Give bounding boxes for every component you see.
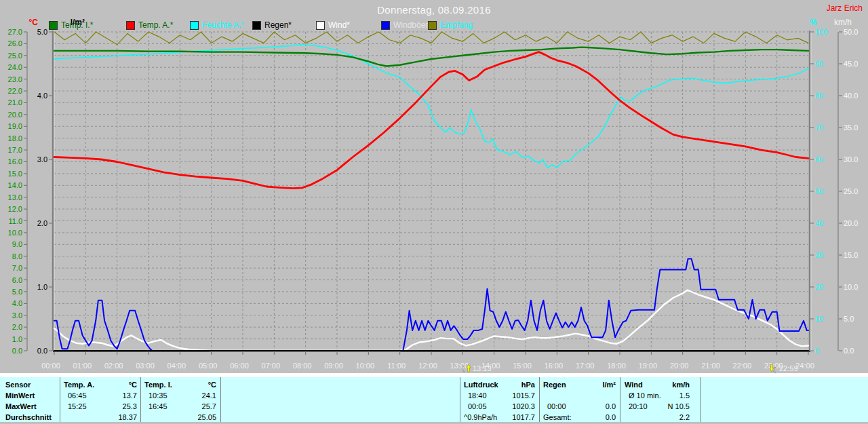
svg-text:40: 40 [815, 219, 823, 227]
svg-text:8.0: 8.0 [12, 252, 22, 261]
svg-text:10.0: 10.0 [844, 283, 858, 291]
svg-text:25.0: 25.0 [844, 187, 858, 195]
svg-text:07:00: 07:00 [262, 362, 281, 370]
svg-text:2.0: 2.0 [12, 323, 22, 331]
svg-text:4.0: 4.0 [12, 299, 22, 307]
svg-text:16.0: 16.0 [8, 157, 22, 166]
svg-text:3.0: 3.0 [12, 311, 22, 320]
svg-text:10:00: 10:00 [356, 362, 375, 370]
svg-text:22:00: 22:00 [733, 362, 752, 370]
svg-text:3.0: 3.0 [37, 155, 47, 163]
column-regen: Regenl/m² 00:000.0 Gesamt:0.0 [543, 379, 616, 423]
axis-ticks: 1009080706050403020100 [810, 28, 827, 355]
svg-text:12.0: 12.0 [8, 205, 22, 213]
empfang-swatch-icon [428, 21, 437, 30]
moonrise-icon [462, 364, 472, 373]
svg-text:16:00: 16:00 [545, 362, 564, 370]
moonset-icon [769, 364, 778, 373]
svg-text:0.0: 0.0 [37, 347, 47, 355]
svg-text:15:00: 15:00 [513, 362, 532, 370]
summary-panel: Sensor MinWert MaxWert Durchschnitt Temp… [0, 373, 868, 424]
svg-text:24:00: 24:00 [795, 362, 814, 370]
legend-item-windboeen: Windböen [381, 20, 430, 30]
legend-item-temp-a: Temp. A.* [126, 20, 173, 30]
svg-text:14.0: 14.0 [8, 181, 22, 189]
svg-text:50: 50 [815, 187, 823, 195]
svg-text:80: 80 [815, 92, 823, 100]
svg-text:9.0: 9.0 [12, 240, 22, 248]
svg-text:10.0: 10.0 [8, 229, 22, 237]
column-temp-i: Temp. I.°C 10:3524.1 16:4525.7 25.05 [144, 379, 216, 423]
svg-text:0: 0 [815, 347, 819, 355]
svg-text:19.0: 19.0 [8, 122, 22, 130]
svg-text:10: 10 [815, 315, 823, 323]
svg-text:17:00: 17:00 [576, 362, 595, 370]
axis-ticks: 5.04.03.02.01.00.0 [37, 28, 52, 355]
page-title: Donnerstag, 08.09.2016 [0, 4, 868, 16]
axis-ticks: 27.026.025.024.023.022.021.020.019.018.0… [8, 28, 27, 355]
svg-text:60: 60 [815, 155, 823, 163]
moonset-marker: 22:59 [769, 364, 798, 373]
table-divider [620, 377, 620, 422]
legend-item-wind: Wind* [316, 20, 350, 30]
svg-text:0.0: 0.0 [844, 347, 854, 355]
legend-item-regen: Regen* [252, 20, 292, 30]
axis-ticks: 50.045.040.035.030.025.020.015.010.05.00… [839, 28, 858, 355]
svg-text:12:00: 12:00 [418, 362, 437, 370]
regen-swatch-icon [252, 21, 261, 30]
svg-text:20:00: 20:00 [670, 362, 689, 370]
row-labels-column: Sensor MinWert MaxWert Durchschnitt [5, 379, 58, 423]
column-luftdruck: LuftdruckhPa 18:401015.7 00:051020.3 ^0.… [464, 379, 535, 423]
feuchte-swatch-icon [190, 21, 199, 30]
weather-day-chart-window: 27.026.025.024.023.022.021.020.019.018.0… [0, 0, 868, 424]
svg-text:23.0: 23.0 [8, 75, 22, 83]
svg-text:7.0: 7.0 [12, 264, 22, 272]
svg-text:08:00: 08:00 [293, 362, 312, 370]
svg-text:03:00: 03:00 [136, 362, 155, 370]
svg-text:05:00: 05:00 [199, 362, 218, 370]
svg-text:13.0: 13.0 [8, 193, 22, 201]
table-divider [140, 377, 141, 422]
legend-item-temp-i: Temp. I.* [49, 20, 93, 30]
legend-item-empfang: Empfang [428, 20, 473, 30]
chart-plot: 27.026.025.024.023.022.021.020.019.018.0… [0, 0, 868, 373]
svg-text:21.0: 21.0 [8, 98, 22, 107]
svg-text:00:00: 00:00 [41, 362, 60, 370]
svg-text:17.0: 17.0 [8, 146, 22, 154]
svg-text:45.0: 45.0 [844, 60, 858, 68]
svg-text:30: 30 [815, 251, 823, 259]
svg-text:40.0: 40.0 [844, 92, 858, 100]
svg-text:01:00: 01:00 [73, 362, 92, 370]
temp-a-swatch-icon [126, 21, 135, 30]
svg-text:19:00: 19:00 [639, 362, 658, 370]
svg-text:06:00: 06:00 [230, 362, 249, 370]
svg-text:5.0: 5.0 [12, 288, 22, 296]
legend: Temp. I.* Temp. A.* Feuchte A.* Regen* W… [0, 20, 868, 31]
table-divider [701, 377, 701, 422]
svg-text:25.0: 25.0 [8, 52, 22, 60]
windboeen-swatch-icon [381, 21, 390, 30]
svg-text:0.0: 0.0 [12, 347, 22, 355]
svg-text:1.0: 1.0 [37, 283, 47, 291]
svg-text:20: 20 [815, 283, 823, 291]
time-axis-labels: 00:0001:0002:0003:0004:0005:0006:0007:00… [41, 352, 814, 370]
table-divider [220, 377, 221, 422]
legend-item-feuchte: Feuchte A.* [190, 20, 244, 30]
svg-text:15.0: 15.0 [844, 251, 858, 259]
author-label: Jarz Erich [827, 3, 863, 13]
svg-text:11.0: 11.0 [8, 217, 22, 225]
svg-text:09:00: 09:00 [324, 362, 343, 370]
svg-text:30.0: 30.0 [844, 155, 858, 163]
svg-text:04:00: 04:00 [167, 362, 186, 370]
wind-swatch-icon [316, 21, 325, 30]
column-temp-a: Temp. A.°C 06:4513.7 15:2525.3 18.37 [64, 379, 137, 423]
table-divider [539, 377, 540, 422]
svg-text:22.0: 22.0 [8, 87, 22, 95]
svg-text:4.0: 4.0 [37, 92, 47, 100]
svg-text:18.0: 18.0 [8, 134, 22, 142]
column-wind: Windkm/h Ø 10 min.1.5 20:10N 10.5 2.2 [625, 379, 690, 423]
svg-text:6.0: 6.0 [12, 276, 22, 284]
svg-text:21:00: 21:00 [701, 362, 720, 370]
gridlines [54, 32, 808, 351]
table-divider [460, 377, 460, 422]
